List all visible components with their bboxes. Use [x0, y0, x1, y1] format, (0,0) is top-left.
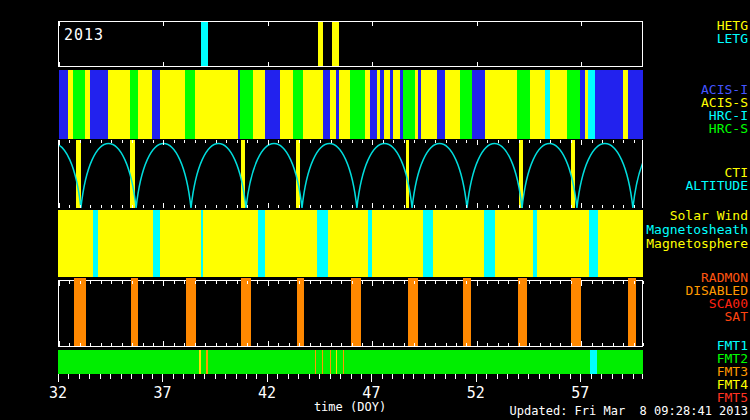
instrument-interval-hrc-s	[240, 70, 253, 139]
minor-tick	[256, 374, 257, 379]
label-hrc-s: HRC-S	[709, 122, 748, 135]
instrument-interval-acis-s	[445, 70, 460, 139]
minor-tick	[247, 205, 248, 208]
minor-tick	[550, 343, 551, 346]
minor-tick	[111, 140, 112, 143]
minor-tick	[247, 140, 248, 143]
major-tick	[581, 341, 582, 346]
minor-tick	[508, 205, 509, 208]
radmon-band	[58, 280, 643, 347]
x-tick-label: 32	[49, 384, 67, 402]
minor-tick	[519, 281, 520, 284]
minor-tick	[289, 205, 290, 208]
minor-tick	[352, 281, 353, 284]
instrument-interval-acis-i	[595, 70, 623, 139]
major-tick	[372, 341, 373, 346]
minor-tick	[153, 140, 154, 143]
minor-tick	[540, 281, 541, 284]
minor-tick	[299, 281, 300, 284]
region-interval-msh	[423, 210, 433, 277]
minor-tick	[550, 140, 551, 143]
region-interval-msh	[93, 210, 98, 277]
minor-tick	[529, 343, 530, 346]
minor-tick	[414, 140, 415, 143]
major-tick	[267, 374, 268, 382]
minor-tick	[455, 374, 456, 379]
minor-tick	[570, 374, 571, 379]
minor-tick	[435, 281, 436, 284]
instrument-interval-acis-s	[195, 70, 238, 139]
major-tick	[268, 341, 269, 346]
minor-tick	[310, 205, 311, 208]
minor-tick	[540, 140, 541, 143]
minor-tick	[362, 343, 363, 346]
instrument-interval-acis-i	[472, 70, 485, 139]
minor-tick	[90, 281, 91, 284]
instrument-interval-hrc-s	[567, 70, 580, 139]
minor-tick	[247, 281, 248, 284]
minor-tick	[392, 374, 393, 379]
major-tick	[371, 374, 372, 382]
minor-tick	[320, 281, 321, 284]
region-interval-msh	[317, 210, 328, 277]
major-tick	[581, 62, 582, 66]
minor-tick	[456, 343, 457, 346]
x-tick-label: 52	[467, 384, 485, 402]
minor-tick	[174, 140, 175, 143]
minor-tick	[559, 374, 560, 379]
minor-tick	[434, 374, 435, 379]
major-tick	[268, 140, 269, 145]
minor-tick	[216, 140, 217, 143]
telemetry-format-band	[58, 350, 643, 374]
minor-tick	[466, 281, 467, 284]
minor-tick	[80, 281, 81, 284]
minor-tick	[519, 140, 520, 143]
instrument-interval-acis-i	[265, 70, 280, 139]
minor-tick	[425, 281, 426, 284]
minor-tick	[539, 374, 540, 379]
minor-tick	[498, 343, 499, 346]
minor-tick	[414, 205, 415, 208]
year-label: 2013	[64, 26, 104, 44]
major-tick	[372, 62, 373, 66]
minor-tick	[174, 205, 175, 208]
major-tick	[372, 203, 373, 208]
x-tick-label: 37	[153, 384, 171, 402]
minor-tick	[320, 205, 321, 208]
minor-tick	[331, 343, 332, 346]
minor-tick	[393, 343, 394, 346]
minor-tick	[226, 343, 227, 346]
minor-tick	[613, 205, 614, 208]
minor-tick	[89, 374, 90, 379]
minor-tick	[173, 374, 174, 379]
minor-tick	[257, 205, 258, 208]
minor-tick	[110, 374, 111, 379]
instrument-interval-acis-s	[160, 70, 185, 139]
minor-tick	[132, 281, 133, 284]
minor-tick	[497, 374, 498, 379]
minor-tick	[601, 374, 602, 379]
minor-tick	[487, 140, 488, 143]
altitude-band	[58, 140, 643, 208]
minor-tick	[393, 281, 394, 284]
minor-tick	[549, 374, 550, 379]
minor-tick	[591, 374, 592, 379]
minor-tick	[132, 140, 133, 143]
minor-tick	[226, 281, 227, 284]
region-interval-msh	[258, 210, 265, 277]
minor-tick	[633, 374, 634, 379]
major-tick	[477, 140, 478, 145]
minor-tick	[90, 205, 91, 208]
instrument-interval-acis-i	[437, 70, 445, 139]
chandra-weekly-timeline-plot: 2013 323742475257 time (DOY) Updated: Fr…	[0, 0, 750, 420]
minor-tick	[298, 374, 299, 379]
radmon-interval-radmon_disabled	[628, 278, 636, 346]
minor-tick	[226, 205, 227, 208]
minor-tick	[498, 281, 499, 284]
minor-tick	[152, 374, 153, 379]
label-magnetosheath: Magnetosheath	[646, 223, 748, 236]
minor-tick	[278, 205, 279, 208]
minor-tick	[215, 374, 216, 379]
radmon-interval-radmon_disabled	[297, 278, 304, 346]
minor-tick	[331, 140, 332, 143]
